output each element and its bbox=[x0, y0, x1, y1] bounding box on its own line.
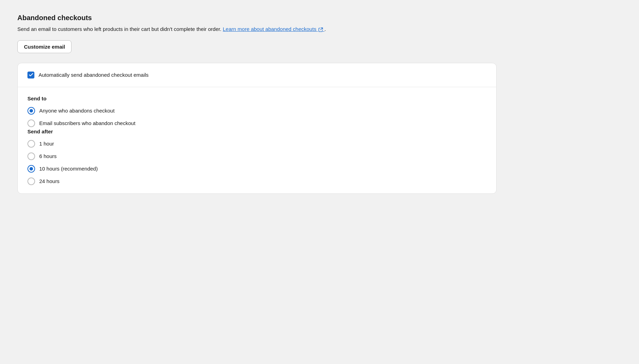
radio-1hour-label: 1 hour bbox=[39, 141, 54, 147]
auto-send-label: Automatically send abandoned checkout em… bbox=[39, 72, 149, 78]
radio-anyone[interactable]: Anyone who abandons checkout bbox=[27, 107, 487, 115]
section-description: Send an email to customers who left prod… bbox=[17, 25, 497, 33]
auto-send-checkbox[interactable] bbox=[27, 72, 34, 78]
customize-email-button[interactable]: Customize email bbox=[17, 40, 72, 53]
radio-24hours[interactable]: 24 hours bbox=[27, 177, 487, 185]
radio-1hour[interactable]: 1 hour bbox=[27, 140, 487, 148]
radio-1hour-button[interactable] bbox=[27, 140, 35, 148]
send-after-title: Send after bbox=[27, 129, 487, 134]
description-text-end: . bbox=[324, 26, 326, 32]
send-after-radio-group: 1 hour 6 hours 10 hours (recommended) 24… bbox=[27, 140, 487, 185]
learn-more-link[interactable]: Learn more about abandoned checkouts bbox=[223, 26, 325, 32]
send-to-title: Send to bbox=[27, 96, 487, 101]
radio-6hours-label: 6 hours bbox=[39, 153, 57, 159]
checkmark-icon bbox=[29, 73, 33, 77]
radio-10hours[interactable]: 10 hours (recommended) bbox=[27, 165, 487, 173]
send-to-group: Send to Anyone who abandons checkout Ema… bbox=[27, 96, 487, 127]
send-after-group: Send after 1 hour 6 hours 10 hours (reco… bbox=[27, 129, 487, 185]
send-to-radio-group: Anyone who abandons checkout Email subsc… bbox=[27, 107, 487, 127]
page-title: Abandoned checkouts bbox=[17, 14, 497, 22]
radio-6hours[interactable]: 6 hours bbox=[27, 152, 487, 160]
radio-subscribers[interactable]: Email subscribers who abandon checkout bbox=[27, 119, 487, 127]
radio-anyone-label: Anyone who abandons checkout bbox=[39, 108, 115, 114]
radio-10hours-button[interactable] bbox=[27, 165, 35, 173]
description-text-start: Send an email to customers who left prod… bbox=[17, 26, 221, 32]
auto-send-section: Automatically send abandoned checkout em… bbox=[18, 63, 496, 87]
radio-anyone-button[interactable] bbox=[27, 107, 35, 115]
send-options-section: Send to Anyone who abandons checkout Ema… bbox=[18, 87, 496, 193]
radio-subscribers-label: Email subscribers who abandon checkout bbox=[39, 120, 135, 126]
radio-6hours-button[interactable] bbox=[27, 152, 35, 160]
radio-24hours-label: 24 hours bbox=[39, 178, 59, 184]
radio-subscribers-button[interactable] bbox=[27, 119, 35, 127]
page-container: Abandoned checkouts Send an email to cus… bbox=[17, 14, 497, 194]
radio-24hours-button[interactable] bbox=[27, 177, 35, 185]
auto-send-checkbox-row: Automatically send abandoned checkout em… bbox=[27, 72, 487, 78]
radio-10hours-label: 10 hours (recommended) bbox=[39, 166, 98, 172]
external-link-icon bbox=[318, 27, 323, 32]
settings-card: Automatically send abandoned checkout em… bbox=[17, 63, 497, 194]
